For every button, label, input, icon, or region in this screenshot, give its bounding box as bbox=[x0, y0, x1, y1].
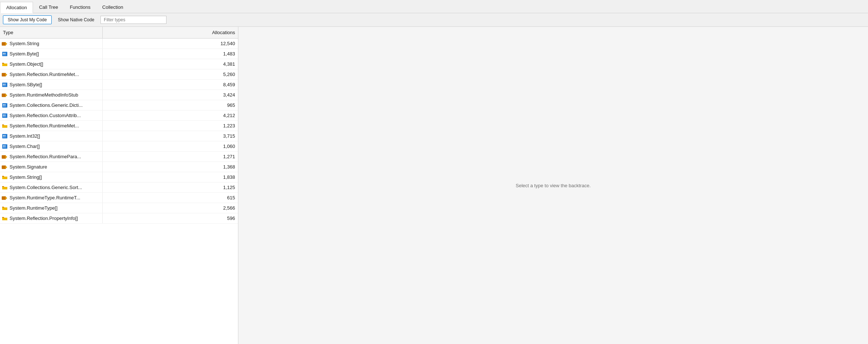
type-name: System.Reflection.RuntimePara... bbox=[10, 154, 81, 159]
svg-rect-23 bbox=[3, 106, 4, 106]
table-row[interactable]: System.String[] 1,838 bbox=[0, 172, 238, 182]
svg-rect-14 bbox=[4, 84, 6, 85]
table-row[interactable]: System.Collections.Generic.Sort... 1,125 bbox=[0, 182, 238, 193]
table-row[interactable]: System.Reflection.RuntimeMet... 5,260 bbox=[0, 69, 238, 80]
svg-rect-39 bbox=[3, 147, 4, 148]
table-row[interactable]: System.SByte[] 8,459 bbox=[0, 80, 238, 90]
filter-types-input[interactable] bbox=[100, 16, 166, 24]
table-row[interactable]: System.Reflection.CustomAttrib... 4,212 bbox=[0, 111, 238, 121]
table-row[interactable]: System.Byte[] 1,483 bbox=[0, 49, 238, 59]
svg-marker-50 bbox=[5, 196, 7, 200]
row-type-cell: System.Reflection.RuntimeMet... bbox=[0, 69, 103, 79]
tab-functions[interactable]: Functions bbox=[64, 1, 96, 13]
type-name: System.RuntimeType[] bbox=[10, 205, 58, 211]
type-icon-orange bbox=[1, 92, 8, 98]
row-type-cell: System.RuntimeType.RuntimeT... bbox=[0, 193, 103, 203]
table-row[interactable]: System.Collections.Generic.Dicti... 965 bbox=[0, 100, 238, 111]
svg-marker-18 bbox=[5, 94, 7, 97]
row-type-cell: System.RuntimeMethodInfoStub bbox=[0, 90, 103, 100]
table-row[interactable]: System.RuntimeType.RuntimeT... 615 bbox=[0, 193, 238, 203]
type-name: System.Int32[] bbox=[10, 133, 40, 139]
type-name: System.Reflection.RuntimeMet... bbox=[10, 123, 79, 128]
type-name: System.Reflection.CustomAttrib... bbox=[10, 113, 81, 118]
table-row[interactable]: System.Object[] 4,381 bbox=[0, 59, 238, 69]
row-type-cell: System.Int32[] bbox=[0, 131, 103, 141]
type-icon-orange bbox=[1, 40, 8, 47]
tab-collection[interactable]: Collection bbox=[96, 1, 129, 13]
svg-marker-45 bbox=[5, 166, 7, 169]
svg-rect-15 bbox=[3, 85, 4, 86]
svg-rect-48 bbox=[2, 186, 4, 187]
row-allocations-cell: 4,381 bbox=[103, 61, 238, 67]
svg-rect-21 bbox=[3, 104, 4, 105]
table-row[interactable]: System.Reflection.RuntimeMet... 1,223 bbox=[0, 121, 238, 131]
svg-rect-38 bbox=[4, 145, 6, 146]
svg-rect-22 bbox=[4, 104, 6, 105]
type-name: System.String[] bbox=[10, 174, 42, 180]
table-row[interactable]: System.String 12,540 bbox=[0, 39, 238, 49]
svg-marker-10 bbox=[5, 73, 7, 76]
type-name: System.Byte[] bbox=[10, 51, 39, 57]
type-name: System.Object[] bbox=[10, 61, 43, 67]
svg-rect-8 bbox=[2, 63, 4, 64]
type-icon-folder bbox=[1, 184, 8, 191]
row-type-cell: System.Signature bbox=[0, 162, 103, 172]
row-allocations-cell: 2,566 bbox=[103, 205, 238, 211]
row-type-cell: System.Reflection.RuntimeMet... bbox=[0, 121, 103, 131]
type-name: System.String bbox=[10, 41, 39, 46]
type-icon-folder bbox=[1, 205, 8, 211]
table-row[interactable]: System.Signature 1,368 bbox=[0, 162, 238, 172]
row-allocations-cell: 1,368 bbox=[103, 164, 238, 170]
content-area: Type Allocations System.String 12,540 bbox=[0, 27, 868, 344]
col-allocations-header: Allocations bbox=[103, 30, 238, 35]
type-icon-blue bbox=[1, 102, 8, 109]
type-name: System.Collections.Generic.Sort... bbox=[10, 185, 82, 190]
svg-marker-42 bbox=[5, 155, 7, 159]
type-name: System.Signature bbox=[10, 164, 47, 170]
row-allocations-cell: 12,540 bbox=[103, 41, 238, 46]
type-name: System.RuntimeType.RuntimeT... bbox=[10, 195, 80, 200]
type-name: System.SByte[] bbox=[10, 82, 42, 87]
row-allocations-cell: 8,459 bbox=[103, 82, 238, 87]
svg-rect-30 bbox=[2, 124, 4, 125]
type-icon-orange bbox=[1, 164, 8, 170]
table-row[interactable]: System.Reflection.PropertyInfo[] 596 bbox=[0, 213, 238, 224]
row-allocations-cell: 3,715 bbox=[103, 133, 238, 139]
right-panel: Select a type to view the backtrace. bbox=[238, 27, 868, 344]
table-body[interactable]: System.String 12,540 System.Byte[] 1,483 bbox=[0, 39, 238, 344]
svg-rect-53 bbox=[2, 217, 4, 218]
table-row[interactable]: System.RuntimeType[] 2,566 bbox=[0, 203, 238, 213]
row-type-cell: System.Reflection.PropertyInfo[] bbox=[0, 213, 103, 223]
svg-rect-47 bbox=[2, 176, 4, 177]
row-allocations-cell: 965 bbox=[103, 102, 238, 108]
type-name: System.Char[] bbox=[10, 144, 40, 149]
tab-call-tree[interactable]: Call Tree bbox=[33, 1, 64, 13]
row-type-cell: System.Byte[] bbox=[0, 49, 103, 59]
type-icon-orange bbox=[1, 153, 8, 160]
type-name: System.Reflection.RuntimeMet... bbox=[10, 72, 79, 77]
svg-rect-32 bbox=[3, 135, 4, 136]
table-row[interactable]: System.RuntimeMethodInfoStub 3,424 bbox=[0, 90, 238, 100]
svg-rect-37 bbox=[3, 145, 4, 146]
type-icon-folder bbox=[1, 61, 8, 68]
table-header: Type Allocations bbox=[0, 27, 238, 39]
svg-rect-16 bbox=[4, 85, 6, 86]
type-icon-blue bbox=[1, 143, 8, 150]
table-row[interactable]: System.Int32[] 3,715 bbox=[0, 131, 238, 141]
svg-rect-52 bbox=[2, 207, 4, 207]
show-native-code-button[interactable]: Show Native Code bbox=[53, 15, 99, 24]
type-icon-folder bbox=[1, 174, 8, 181]
row-allocations-cell: 1,223 bbox=[103, 123, 238, 128]
show-my-code-button[interactable]: Show Just My Code bbox=[3, 15, 52, 24]
tab-allocation[interactable]: Allocation bbox=[0, 2, 33, 13]
row-type-cell: System.Char[] bbox=[0, 141, 103, 151]
svg-rect-5 bbox=[4, 53, 6, 54]
row-allocations-cell: 4,212 bbox=[103, 113, 238, 118]
table-row[interactable]: System.Char[] 1,060 bbox=[0, 141, 238, 152]
table-row[interactable]: System.Reflection.RuntimePara... 1,271 bbox=[0, 152, 238, 162]
svg-marker-1 bbox=[5, 42, 7, 46]
type-name: System.RuntimeMethodInfoStub bbox=[10, 92, 78, 98]
row-allocations-cell: 3,424 bbox=[103, 92, 238, 98]
row-allocations-cell: 596 bbox=[103, 216, 238, 221]
type-icon-folder bbox=[1, 123, 8, 129]
